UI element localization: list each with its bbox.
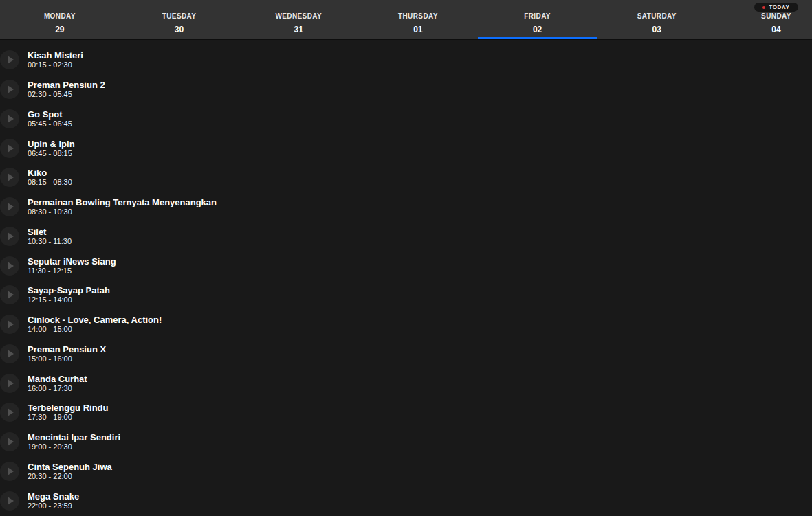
day-tab[interactable]: TODAY SUNDAY 04 (716, 0, 812, 39)
program-row[interactable]: Permainan Bowling Ternyata Menyenangkan … (0, 192, 812, 222)
play-button[interactable] (0, 432, 19, 451)
today-badge-slot: TODAY (754, 3, 798, 12)
day-name: TUESDAY (162, 12, 197, 20)
program-title: Mencintai Ipar Sendiri (28, 433, 120, 442)
day-selector-bar: MONDAY 29 TUESDAY 30 WEDNESDAY 31 (0, 0, 812, 40)
today-badge-label: TODAY (769, 4, 789, 10)
program-row[interactable]: Cinta Sepenuh Jiwa 20:30 - 22:00 (0, 457, 812, 486)
program-time: 08:30 - 10:30 (28, 208, 217, 216)
program-row[interactable]: Cinlock - Love, Camera, Action! 14:00 - … (0, 310, 812, 339)
program-info: Seputar iNews Siang 11:30 - 12:15 (28, 257, 116, 275)
program-time: 15:00 - 16:00 (28, 355, 106, 363)
program-info: Go Spot 05:45 - 06:45 (28, 110, 72, 128)
program-title: Terbelenggu Rindu (28, 403, 108, 412)
play-button[interactable] (0, 491, 19, 511)
program-row[interactable]: Sayap-Sayap Patah 12:15 - 14:00 (0, 280, 812, 310)
program-row[interactable]: Go Spot 05:45 - 06:45 (0, 104, 812, 134)
program-time: 08:15 - 08:30 (28, 179, 72, 186)
program-title: Cinlock - Love, Camera, Action! (28, 315, 162, 324)
play-icon (8, 497, 14, 505)
program-time: 19:00 - 20:30 (28, 443, 120, 451)
program-title: Upin & Ipin (28, 139, 75, 148)
program-row[interactable]: Terbelenggu Rindu 17:30 - 19:00 (0, 398, 812, 427)
program-info: Manda Curhat 16:00 - 17:30 (28, 374, 87, 392)
program-row[interactable]: Preman Pensiun 2 02:30 - 05:45 (0, 75, 812, 104)
program-time: 10:30 - 11:30 (28, 238, 72, 245)
play-button[interactable] (0, 462, 19, 481)
day-date: 31 (294, 25, 303, 34)
day-name: MONDAY (44, 12, 76, 20)
play-button[interactable] (0, 403, 19, 422)
play-button[interactable] (0, 256, 19, 276)
day-name: SUNDAY (761, 12, 791, 20)
today-dot-icon (762, 6, 765, 9)
program-row[interactable]: Seputar iNews Siang 11:30 - 12:15 (0, 251, 812, 280)
day-date: 01 (413, 25, 422, 34)
program-title: Cinta Sepenuh Jiwa (28, 462, 112, 471)
day-name: SATURDAY (637, 12, 677, 20)
day-date: 30 (175, 25, 184, 34)
program-time: 06:45 - 08:15 (28, 150, 75, 157)
play-icon (8, 85, 14, 93)
play-icon (8, 350, 14, 358)
day-name: FRIDAY (524, 12, 551, 20)
play-icon (8, 203, 14, 211)
program-row[interactable]: Silet 10:30 - 11:30 (0, 222, 812, 251)
play-button[interactable] (0, 285, 19, 304)
program-title: Silet (28, 227, 72, 236)
program-title: Sayap-Sayap Patah (28, 286, 110, 295)
play-icon (8, 320, 14, 328)
program-time: 20:30 - 22:00 (28, 473, 112, 480)
program-title: Seputar iNews Siang (28, 257, 116, 266)
program-row[interactable]: Manda Curhat 16:00 - 17:30 (0, 368, 812, 398)
play-button[interactable] (0, 80, 19, 99)
program-row[interactable]: Mencintai Ipar Sendiri 19:00 - 20:30 (0, 427, 812, 457)
program-info: Mencintai Ipar Sendiri 19:00 - 20:30 (28, 433, 120, 451)
play-button[interactable] (0, 344, 19, 363)
program-row[interactable]: Mega Snake 22:00 - 23:59 (0, 486, 812, 515)
program-time: 16:00 - 17:30 (28, 385, 87, 392)
play-button[interactable] (0, 50, 19, 69)
program-info: Mega Snake 22:00 - 23:59 (28, 492, 79, 510)
play-button[interactable] (0, 197, 19, 216)
play-icon (8, 438, 14, 446)
program-title: Preman Pensiun X (28, 345, 106, 354)
program-info: Cinlock - Love, Camera, Action! 14:00 - … (28, 315, 162, 333)
play-icon (8, 467, 14, 475)
program-info: Silet 10:30 - 11:30 (28, 227, 72, 245)
day-tab[interactable]: WEDNESDAY 31 (239, 0, 358, 39)
play-icon (8, 115, 14, 123)
play-icon (8, 144, 14, 153)
today-badge: TODAY (754, 3, 798, 12)
program-row[interactable]: Preman Pensiun X 15:00 - 16:00 (0, 339, 812, 369)
day-date: 04 (771, 25, 780, 34)
program-info: Cinta Sepenuh Jiwa 20:30 - 22:00 (28, 462, 112, 480)
program-time: 12:15 - 14:00 (28, 296, 110, 304)
play-button[interactable] (0, 109, 19, 128)
play-button[interactable] (0, 139, 19, 158)
day-tabs: MONDAY 29 TUESDAY 30 WEDNESDAY 31 (0, 0, 812, 39)
day-tab[interactable]: FRIDAY 02 (478, 0, 597, 39)
play-button[interactable] (0, 227, 19, 246)
program-row[interactable]: Upin & Ipin 06:45 - 08:15 (0, 133, 812, 163)
program-time: 05:45 - 06:45 (28, 120, 72, 128)
program-title: Mega Snake (28, 492, 79, 501)
program-row[interactable]: Kisah Misteri 00:15 - 02:30 (0, 45, 812, 75)
program-title: Kisah Misteri (28, 51, 83, 60)
play-button[interactable] (0, 374, 19, 393)
day-tab[interactable]: MONDAY 29 (0, 0, 120, 39)
play-icon (8, 232, 14, 240)
program-info: Kisah Misteri 00:15 - 02:30 (28, 51, 83, 69)
program-info: Preman Pensiun 2 02:30 - 05:45 (28, 80, 105, 98)
day-date: 03 (652, 25, 661, 34)
day-tab[interactable]: THURSDAY 01 (358, 0, 478, 39)
program-time: 17:30 - 19:00 (28, 414, 108, 421)
day-tab[interactable]: SATURDAY 03 (597, 0, 716, 39)
play-icon (8, 408, 14, 416)
program-time: 11:30 - 12:15 (28, 267, 116, 275)
program-info: Kiko 08:15 - 08:30 (28, 168, 72, 186)
day-tab[interactable]: TUESDAY 30 (120, 0, 239, 39)
program-row[interactable]: Kiko 08:15 - 08:30 (0, 163, 812, 192)
play-button[interactable] (0, 315, 19, 334)
play-button[interactable] (0, 168, 19, 187)
